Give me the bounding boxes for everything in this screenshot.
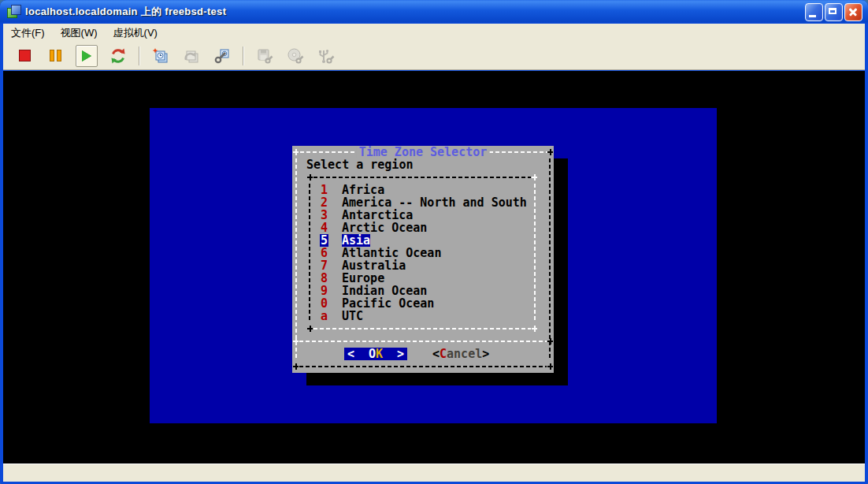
toolbar-separator: [139, 47, 140, 65]
vmware-app-icon: [6, 5, 20, 19]
cdrom-settings-button: [285, 46, 306, 66]
dialog-prompt: Select a region: [306, 158, 413, 171]
play-icon: [82, 50, 91, 61]
vm-display[interactable]: Time Zone Selector Select a region 1Afri…: [3, 71, 865, 464]
timezone-option[interactable]: 8Europe: [306, 272, 538, 285]
console-screen[interactable]: Time Zone Selector Select a region 1Afri…: [150, 108, 717, 423]
pause-button[interactable]: [45, 46, 65, 66]
timezone-option[interactable]: 9Indian Ocean: [306, 285, 538, 297]
title-bar[interactable]: localhost.localdomain 上的 freebsd-test: [0, 0, 868, 24]
timezone-option[interactable]: 2America -- North and South: [306, 196, 538, 209]
button-separator: [299, 341, 547, 342]
vm-console-window: localhost.localdomain 上的 freebsd-test 文件…: [0, 0, 868, 484]
toolbar-separator: [243, 47, 244, 65]
reset-icon: [109, 47, 127, 65]
menu-view[interactable]: 视图(W): [53, 24, 106, 43]
snapshot-manager-icon: [213, 47, 231, 65]
revert-snapshot-button: [181, 46, 202, 66]
timezone-option[interactable]: 1Africa: [306, 184, 538, 196]
dialog-title: Time Zone Selector: [357, 146, 490, 158]
menu-vm[interactable]: 虚拟机(V): [106, 24, 165, 43]
cancel-button[interactable]: <Cancel>: [432, 348, 489, 360]
take-snapshot-icon: [152, 47, 169, 65]
menu-bar: 文件(F) 视图(W) 虚拟机(V): [3, 24, 865, 42]
timezone-option[interactable]: 3Antarctica: [306, 209, 538, 222]
status-bar: [3, 464, 865, 482]
timezone-dialog: Time Zone Selector Select a region 1Afri…: [292, 146, 554, 373]
dialog-bottom-border: [299, 366, 547, 367]
floppy-settings-button: [254, 46, 275, 66]
timezone-option-selected[interactable]: 5Asia: [306, 234, 538, 247]
cdrom-settings-icon: [287, 47, 304, 65]
usb-settings-button: [316, 46, 336, 66]
close-button[interactable]: [844, 3, 862, 21]
window-title: localhost.localdomain 上的 freebsd-test: [25, 5, 226, 19]
minimize-button[interactable]: [805, 3, 823, 21]
stop-button[interactable]: [14, 46, 35, 66]
floppy-settings-icon: [256, 47, 273, 65]
timezone-option[interactable]: 0Pacific Ocean: [306, 297, 538, 310]
take-snapshot-button[interactable]: [150, 46, 171, 66]
toolbar: [3, 42, 865, 70]
revert-snapshot-icon: [183, 47, 200, 65]
stop-icon: [19, 50, 31, 61]
timezone-option[interactable]: 6Atlantic Ocean: [306, 247, 538, 259]
timezone-option[interactable]: 4Arctic Ocean: [306, 222, 538, 234]
maximize-button[interactable]: [825, 3, 843, 21]
minimize-icon: [809, 15, 816, 17]
dialog-right-border: [549, 158, 551, 360]
menu-file[interactable]: 文件(F): [3, 24, 53, 43]
usb-settings-icon: [317, 47, 335, 65]
snapshot-manager-button[interactable]: [212, 46, 232, 66]
ok-button[interactable]: < OK >: [344, 348, 407, 360]
timezone-option[interactable]: aUTC: [306, 310, 538, 322]
maximize-icon: [829, 8, 836, 14]
play-button[interactable]: [76, 45, 98, 67]
dialog-left-border: [295, 158, 297, 360]
timezone-list: 1Africa 2America -- North and South 3Ant…: [306, 171, 538, 335]
reset-button[interactable]: [108, 46, 128, 66]
timezone-option[interactable]: 7Australia: [306, 259, 538, 272]
pause-icon: [50, 50, 61, 61]
